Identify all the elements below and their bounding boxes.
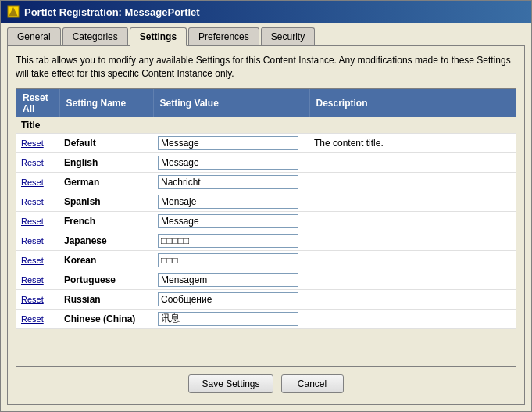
setting-input-2[interactable]	[158, 175, 298, 189]
table-row: Reset Japanese	[16, 231, 516, 250]
setting-name-9: Chinese (China)	[64, 313, 135, 324]
table-row: Reset Chinese (China)	[16, 309, 516, 328]
table-scroll-area[interactable]: Title Reset Default The content title.	[16, 117, 516, 366]
reset-link-4[interactable]: Reset	[21, 217, 44, 226]
tab-general[interactable]: General	[7, 27, 61, 45]
table-row: Reset Portuguese	[16, 270, 516, 289]
buttons-row: Save Settings Cancel	[16, 367, 516, 396]
reset-link-3[interactable]: Reset	[21, 197, 44, 206]
main-window: Portlet Registration: MessagePortlet Gen…	[0, 0, 532, 412]
setting-name-6: Korean	[64, 255, 96, 266]
content-area: General Categories Settings Preferences …	[1, 23, 531, 411]
title-group-row: Title	[16, 117, 516, 134]
table-header-row: Reset All Setting Name Setting Value Des…	[16, 89, 516, 117]
reset-link-2[interactable]: Reset	[21, 177, 44, 187]
table-row: Reset Korean	[16, 250, 516, 270]
setting-input-0[interactable]	[158, 136, 298, 150]
table-row: Reset Default The content title.	[16, 133, 516, 152]
reset-link-1[interactable]: Reset	[21, 158, 44, 167]
cancel-button[interactable]: Cancel	[281, 374, 344, 393]
table-row: Reset German	[16, 172, 516, 192]
header-description: Description	[309, 89, 516, 117]
setting-input-3[interactable]	[158, 195, 298, 209]
tabs-row: General Categories Settings Preferences …	[1, 23, 531, 45]
description-2	[309, 172, 516, 192]
setting-input-5[interactable]	[158, 234, 298, 248]
setting-name-8: Russian	[64, 294, 101, 305]
description-0: The content title.	[309, 133, 516, 152]
description-6	[309, 250, 516, 270]
setting-input-1[interactable]	[158, 156, 298, 170]
reset-link-0[interactable]: Reset	[21, 138, 44, 148]
header-value: Setting Value	[153, 89, 309, 117]
header-reset[interactable]: Reset All	[16, 89, 59, 117]
description-text: This tab allows you to modify any availa…	[16, 54, 516, 81]
table-row: Reset Russian	[16, 289, 516, 309]
reset-link-5[interactable]: Reset	[21, 236, 44, 245]
description-7	[309, 270, 516, 289]
table-row: Reset French	[16, 211, 516, 231]
reset-link-9[interactable]: Reset	[21, 314, 44, 324]
setting-input-7[interactable]	[158, 273, 298, 287]
reset-link-6[interactable]: Reset	[21, 256, 44, 265]
setting-input-6[interactable]	[158, 253, 298, 267]
setting-name-0: Default	[64, 138, 96, 149]
setting-name-2: German	[64, 177, 99, 188]
description-9	[309, 309, 516, 328]
tab-categories[interactable]: Categories	[62, 27, 128, 45]
settings-data-table: Title Reset Default The content title.	[16, 117, 516, 329]
description-8	[309, 289, 516, 309]
tab-security[interactable]: Security	[261, 27, 315, 45]
title-group-label: Title	[16, 117, 516, 134]
portlet-icon	[7, 5, 20, 18]
setting-name-3: Spanish	[64, 196, 101, 207]
settings-table-container: Reset All Setting Name Setting Value Des…	[16, 88, 516, 367]
setting-name-4: French	[64, 216, 95, 227]
tab-preferences[interactable]: Preferences	[188, 27, 259, 45]
table-row: Reset English	[16, 152, 516, 172]
description-1	[309, 152, 516, 172]
title-bar: Portlet Registration: MessagePortlet	[1, 1, 531, 23]
description-4	[309, 211, 516, 231]
tab-content: This tab allows you to modify any availa…	[7, 45, 525, 405]
setting-name-7: Portuguese	[64, 274, 116, 285]
setting-input-8[interactable]	[158, 292, 298, 306]
description-3	[309, 192, 516, 211]
setting-input-9[interactable]	[158, 312, 298, 326]
reset-link-7[interactable]: Reset	[21, 275, 44, 285]
window-title: Portlet Registration: MessagePortlet	[24, 6, 200, 18]
setting-name-1: English	[64, 157, 98, 168]
save-settings-button[interactable]: Save Settings	[188, 374, 273, 393]
setting-input-4[interactable]	[158, 214, 298, 228]
settings-table: Reset All Setting Name Setting Value Des…	[16, 89, 516, 117]
reset-link-8[interactable]: Reset	[21, 295, 44, 304]
tab-settings[interactable]: Settings	[130, 27, 187, 46]
table-row: Reset Spanish	[16, 192, 516, 211]
setting-name-5: Japanese	[64, 235, 107, 246]
description-5	[309, 231, 516, 250]
header-name: Setting Name	[59, 89, 153, 117]
